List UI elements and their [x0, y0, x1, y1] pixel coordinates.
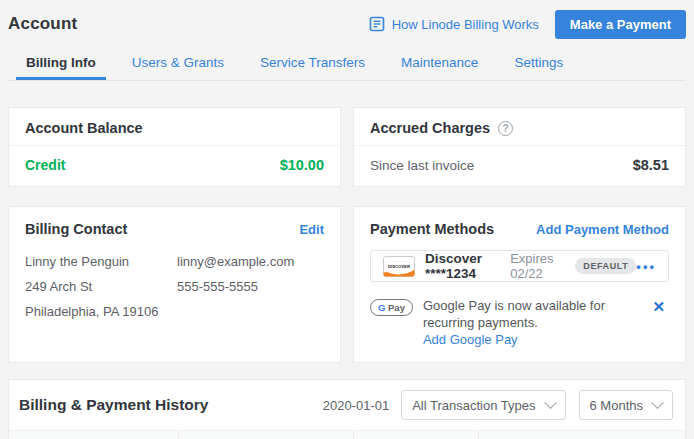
- history-title: Billing & Payment History: [19, 396, 323, 414]
- edit-contact-link[interactable]: Edit: [299, 222, 324, 237]
- tab-billing-info[interactable]: Billing Info: [16, 50, 106, 80]
- accrued-charges-card: Accrued Charges ? Since last invoice $8.…: [353, 107, 686, 187]
- column-header-date[interactable]: Date: [178, 431, 354, 439]
- payment-method-menu-icon[interactable]: •••: [636, 259, 656, 274]
- detail-cards-row: Billing Contact Edit Linny the Penguin 2…: [8, 206, 686, 363]
- close-icon[interactable]: ✕: [648, 297, 669, 316]
- contact-address-line1: 249 Arch St: [25, 279, 177, 294]
- payment-methods-title: Payment Methods: [370, 221, 494, 237]
- discover-card-icon: DISCOVER: [383, 256, 415, 277]
- credit-label: Credit: [25, 157, 65, 173]
- default-badge: DEFAULT: [575, 258, 636, 274]
- column-header-actions: [479, 431, 685, 439]
- summary-cards-row: Account Balance Credit $10.00 Accrued Ch…: [8, 107, 686, 187]
- transaction-type-value: All Transaction Types: [412, 398, 535, 413]
- make-a-payment-button[interactable]: Make a Payment: [555, 10, 686, 39]
- tab-users-grants[interactable]: Users & Grants: [122, 50, 234, 80]
- accrued-amount: $8.51: [633, 157, 669, 173]
- svg-text:DISCOVER: DISCOVER: [388, 263, 410, 268]
- account-balance-card: Account Balance Credit $10.00: [8, 107, 341, 187]
- payment-methods-card: Payment Methods Add Payment Method DISCO…: [353, 206, 686, 363]
- card-display-name: Discover ****1234: [425, 251, 501, 281]
- billing-contact-title: Billing Contact: [25, 221, 127, 237]
- account-tab-bar: Billing Info Users & Grants Service Tran…: [8, 50, 686, 81]
- billing-payment-history-panel: Billing & Payment History 2020-01-01 All…: [8, 379, 686, 439]
- history-table: Description Date Amount Invoice #0001234…: [9, 430, 685, 439]
- card-expiry: Expires 02/22: [510, 251, 564, 281]
- how-linode-billing-works-link[interactable]: How Linode Billing Works: [369, 16, 539, 32]
- chevron-down-icon: [651, 396, 664, 409]
- billing-contact-card: Billing Contact Edit Linny the Penguin 2…: [8, 206, 341, 363]
- help-icon[interactable]: ?: [498, 121, 513, 136]
- google-pay-icon: G Pay: [370, 299, 413, 316]
- tab-maintenance[interactable]: Maintenance: [391, 50, 488, 80]
- contact-phone: 555-555-5555: [177, 279, 294, 294]
- add-payment-method-link[interactable]: Add Payment Method: [536, 222, 669, 237]
- chevron-down-icon: [544, 396, 557, 409]
- page-title: Account: [8, 14, 77, 34]
- top-bar: Account How Linode Billing Works Make a …: [8, 10, 686, 38]
- column-header-amount[interactable]: Amount: [354, 431, 479, 439]
- history-header: Billing & Payment History 2020-01-01 All…: [9, 380, 685, 430]
- accrued-charges-title: Accrued Charges: [370, 120, 490, 136]
- credit-amount: $10.00: [280, 157, 324, 173]
- time-range-value: 6 Months: [590, 398, 643, 413]
- billing-link-label: How Linode Billing Works: [392, 17, 539, 32]
- time-range-select[interactable]: 6 Months: [579, 390, 673, 420]
- account-page: Account How Linode Billing Works Make a …: [0, 10, 694, 439]
- tab-service-transfers[interactable]: Service Transfers: [250, 50, 375, 80]
- contact-address-line2: Philadelphia, PA 19106: [25, 304, 177, 319]
- top-bar-actions: How Linode Billing Works Make a Payment: [369, 10, 686, 39]
- google-pay-message: Google Pay is now available for recurrin…: [423, 297, 648, 331]
- history-date-value: 2020-01-01: [323, 398, 390, 413]
- column-header-description[interactable]: Description: [9, 431, 178, 439]
- account-balance-title: Account Balance: [25, 120, 143, 136]
- transaction-type-select[interactable]: All Transaction Types: [401, 390, 565, 420]
- add-google-pay-link[interactable]: Add Google Pay: [423, 332, 518, 347]
- contact-name: Linny the Penguin: [25, 254, 177, 269]
- since-last-invoice-label: Since last invoice: [370, 158, 474, 173]
- google-pay-notice: G Pay Google Pay is now available for re…: [370, 297, 669, 348]
- tab-settings[interactable]: Settings: [504, 50, 573, 80]
- contact-info: Linny the Penguin 249 Arch St Philadelph…: [25, 254, 324, 319]
- document-icon: [369, 16, 385, 32]
- table-header-row: Description Date Amount: [9, 431, 685, 439]
- payment-method-row: DISCOVER Discover ****1234 Expires 02/22…: [370, 250, 669, 282]
- contact-email: linny@example.com: [177, 254, 294, 269]
